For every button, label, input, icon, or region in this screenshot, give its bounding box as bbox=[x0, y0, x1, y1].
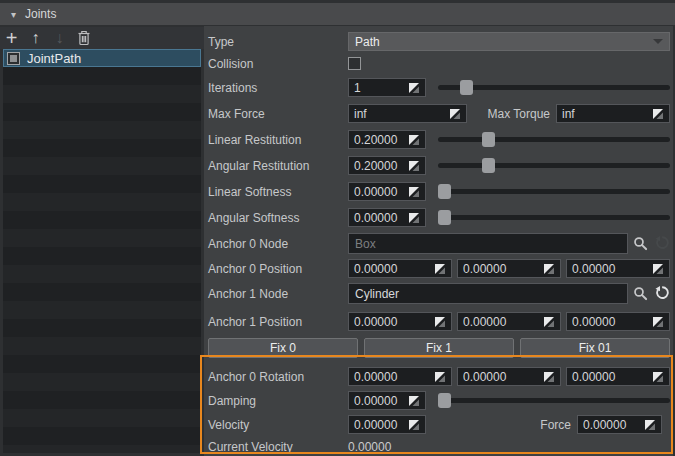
anchor1-node-pick-button[interactable] bbox=[632, 285, 649, 302]
drag-value-icon[interactable] bbox=[408, 134, 420, 146]
drag-value-icon[interactable] bbox=[652, 371, 664, 383]
collision-checkbox[interactable] bbox=[348, 57, 361, 70]
damping-field[interactable]: 0.00000 bbox=[348, 391, 426, 410]
anchor0-position-x-field[interactable]: 0.00000 bbox=[348, 259, 452, 278]
angular-restitution-field[interactable]: 0.20000 bbox=[348, 156, 426, 175]
drag-value-icon[interactable] bbox=[408, 82, 420, 94]
drag-value-icon[interactable] bbox=[449, 108, 461, 120]
anchor0-node-reset-button[interactable] bbox=[653, 235, 670, 252]
fix-0-button[interactable]: Fix 0 bbox=[208, 338, 358, 358]
drag-value-icon[interactable] bbox=[543, 371, 555, 383]
slider-handle[interactable] bbox=[438, 393, 451, 408]
anchor0-position-label: Anchor 0 Position bbox=[208, 262, 348, 276]
drag-value-icon[interactable] bbox=[408, 419, 420, 431]
drag-value-icon[interactable] bbox=[408, 395, 420, 407]
force-label: Force bbox=[540, 418, 571, 432]
slider-handle[interactable] bbox=[460, 80, 473, 95]
drag-value-icon[interactable] bbox=[408, 160, 420, 172]
type-dropdown[interactable]: Path bbox=[348, 32, 670, 51]
anchor0-rotation-z-field[interactable]: 0.00000 bbox=[566, 367, 670, 386]
slider-handle[interactable] bbox=[438, 184, 451, 199]
trash-icon bbox=[77, 30, 91, 46]
max-force-field[interactable]: inf bbox=[348, 104, 467, 123]
linear-softness-label: Linear Softness bbox=[208, 185, 348, 199]
move-down-button[interactable]: ↓ bbox=[51, 29, 68, 47]
type-value: Path bbox=[355, 35, 380, 49]
anchor0-position-z-field[interactable]: 0.00000 bbox=[566, 259, 670, 278]
anchor1-node-reset-button[interactable] bbox=[653, 285, 670, 302]
linear-softness-field[interactable]: 0.00000 bbox=[348, 182, 426, 201]
drag-value-icon[interactable] bbox=[652, 108, 664, 120]
angular-restitution-label: Angular Restitution bbox=[208, 159, 348, 173]
drag-value-icon[interactable] bbox=[652, 316, 664, 328]
drag-value-icon[interactable] bbox=[408, 186, 420, 198]
linear-softness-slider[interactable] bbox=[438, 184, 670, 199]
slider-track[interactable] bbox=[438, 137, 670, 142]
property-panel: Type Path Collision Iterations 1 bbox=[204, 26, 673, 456]
angular-softness-label: Angular Softness bbox=[208, 211, 348, 225]
drag-value-icon[interactable] bbox=[543, 316, 555, 328]
anchor1-position-y-field[interactable]: 0.00000 bbox=[457, 312, 561, 331]
anchor1-position-x-field[interactable]: 0.00000 bbox=[348, 312, 452, 331]
angular-restitution-slider[interactable] bbox=[438, 158, 670, 173]
panel-header[interactable]: ▾ Joints bbox=[0, 3, 675, 25]
drag-value-icon[interactable] bbox=[434, 371, 446, 383]
list-item[interactable]: JointPath bbox=[3, 49, 201, 67]
anchor1-node-label: Anchor 1 Node bbox=[208, 287, 348, 301]
collapse-icon[interactable]: ▾ bbox=[11, 9, 16, 20]
angular-softness-field[interactable]: 0.00000 bbox=[348, 208, 426, 227]
slider-track[interactable] bbox=[438, 163, 670, 168]
damping-label: Damping bbox=[208, 394, 348, 408]
delete-joint-button[interactable] bbox=[75, 29, 92, 47]
drag-value-icon[interactable] bbox=[543, 263, 555, 275]
fix-1-button[interactable]: Fix 1 bbox=[364, 338, 514, 358]
move-up-button[interactable]: ↑ bbox=[27, 29, 44, 47]
drag-value-icon[interactable] bbox=[652, 263, 664, 275]
angular-softness-slider[interactable] bbox=[438, 210, 670, 225]
drag-value-icon[interactable] bbox=[408, 212, 420, 224]
anchor1-position-label: Anchor 1 Position bbox=[208, 315, 348, 329]
anchor0-node-input[interactable] bbox=[348, 233, 628, 254]
anchor0-position-y-field[interactable]: 0.00000 bbox=[457, 259, 561, 278]
slider-handle[interactable] bbox=[438, 210, 451, 225]
undo-icon bbox=[654, 286, 669, 301]
anchor0-node-pick-button[interactable] bbox=[632, 235, 649, 252]
drag-value-icon[interactable] bbox=[434, 263, 446, 275]
anchor0-node-label: Anchor 0 Node bbox=[208, 237, 348, 251]
current-velocity-value: 0.00000 bbox=[348, 440, 391, 454]
iterations-field[interactable]: 1 bbox=[348, 78, 426, 97]
joint-checkbox-icon[interactable] bbox=[7, 52, 20, 65]
damping-slider[interactable] bbox=[438, 393, 670, 408]
slider-handle[interactable] bbox=[482, 132, 495, 147]
anchor1-node-input[interactable] bbox=[348, 283, 628, 304]
slider-track[interactable] bbox=[438, 398, 670, 403]
linear-restitution-slider[interactable] bbox=[438, 132, 670, 147]
slider-handle[interactable] bbox=[482, 158, 495, 173]
iterations-slider[interactable] bbox=[438, 80, 670, 95]
drag-value-icon[interactable] bbox=[434, 316, 446, 328]
linear-restitution-label: Linear Restitution bbox=[208, 133, 348, 147]
force-field[interactable]: 0.00000 bbox=[577, 415, 662, 434]
max-torque-label: Max Torque bbox=[488, 107, 550, 121]
linear-restitution-field[interactable]: 0.20000 bbox=[348, 130, 426, 149]
max-torque-field[interactable]: inf bbox=[556, 104, 670, 123]
anchor0-rotation-x-field[interactable]: 0.00000 bbox=[348, 367, 452, 386]
anchor0-rotation-label: Anchor 0 Rotation bbox=[208, 370, 348, 384]
anchor0-rotation-y-field[interactable]: 0.00000 bbox=[457, 367, 561, 386]
undo-icon bbox=[654, 236, 669, 251]
type-label: Type bbox=[208, 35, 348, 49]
joints-panel: ▾ Joints + ↑ ↓ JointPath Type Path bbox=[0, 0, 675, 456]
add-joint-button[interactable]: + bbox=[3, 29, 20, 47]
iterations-label: Iterations bbox=[208, 81, 348, 95]
slider-track[interactable] bbox=[438, 189, 670, 194]
joint-list[interactable]: JointPath bbox=[3, 49, 201, 453]
velocity-label: Velocity bbox=[208, 418, 348, 432]
max-force-label: Max Force bbox=[208, 107, 348, 121]
fix-01-button[interactable]: Fix 01 bbox=[520, 338, 670, 358]
drag-value-icon[interactable] bbox=[644, 419, 656, 431]
anchor1-position-z-field[interactable]: 0.00000 bbox=[566, 312, 670, 331]
slider-track[interactable] bbox=[438, 215, 670, 220]
velocity-field[interactable]: 0.00000 bbox=[348, 415, 426, 434]
search-icon bbox=[633, 236, 648, 251]
list-toolbar: + ↑ ↓ bbox=[0, 27, 204, 49]
